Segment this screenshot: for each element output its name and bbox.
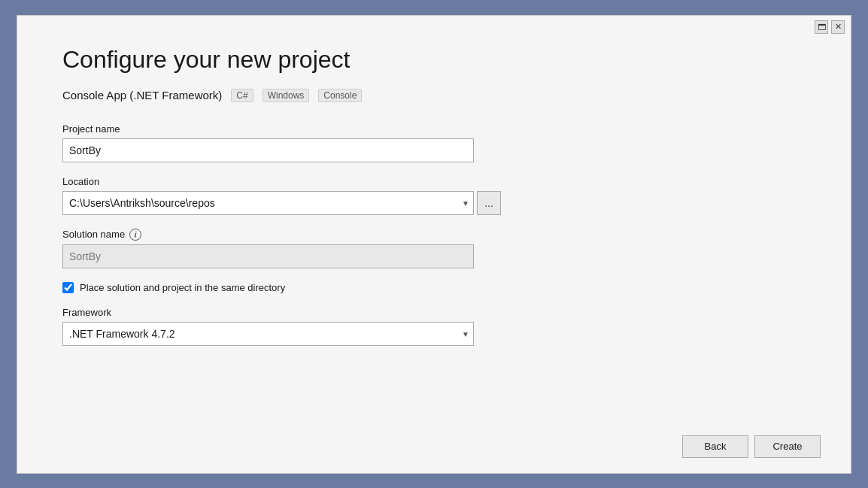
info-icon[interactable]: i — [129, 229, 141, 241]
location-row: C:\Users\Antriksh\source\repos ▼ ... — [62, 191, 806, 215]
title-bar: 🗖 ✕ — [17, 16, 851, 38]
badge-console: Console — [318, 89, 362, 102]
browse-button[interactable]: ... — [477, 191, 501, 215]
badge-windows: Windows — [263, 89, 310, 102]
maximize-button[interactable]: 🗖 — [815, 20, 828, 34]
framework-label: Framework — [62, 307, 806, 318]
back-button[interactable]: Back — [682, 435, 748, 458]
location-select[interactable]: C:\Users\Antriksh\source\repos — [62, 191, 474, 215]
project-name-input[interactable] — [62, 138, 474, 162]
footer: Back Create — [682, 435, 821, 458]
solution-name-label: Solution name i — [62, 229, 806, 241]
badge-csharp: C# — [231, 89, 253, 102]
solution-name-field: Solution name i — [62, 229, 806, 268]
framework-field: Framework .NET Framework 4.7.2 ▼ — [62, 307, 806, 346]
same-directory-checkbox[interactable] — [62, 282, 74, 293]
configure-project-dialog: 🗖 ✕ Configure your new project Console A… — [17, 15, 851, 474]
location-select-wrapper: C:\Users\Antriksh\source\repos ▼ — [62, 191, 474, 215]
subtitle-text: Console App (.NET Framework) — [62, 89, 222, 102]
checkbox-label: Place solution and project in the same d… — [80, 282, 285, 293]
solution-name-input[interactable] — [62, 244, 474, 268]
location-field: Location C:\Users\Antriksh\source\repos … — [62, 176, 806, 215]
checkbox-row: Place solution and project in the same d… — [62, 282, 806, 293]
project-name-field: Project name — [62, 123, 806, 162]
close-button[interactable]: ✕ — [831, 20, 845, 34]
subtitle-row: Console App (.NET Framework) C# Windows … — [62, 89, 806, 102]
framework-select[interactable]: .NET Framework 4.7.2 — [62, 322, 474, 346]
framework-select-wrapper: .NET Framework 4.7.2 ▼ — [62, 322, 474, 346]
create-button[interactable]: Create — [754, 435, 821, 458]
page-title: Configure your new project — [62, 46, 806, 74]
project-name-label: Project name — [62, 123, 806, 135]
location-label: Location — [62, 176, 806, 187]
dialog-content: Configure your new project Console App (… — [17, 38, 851, 382]
